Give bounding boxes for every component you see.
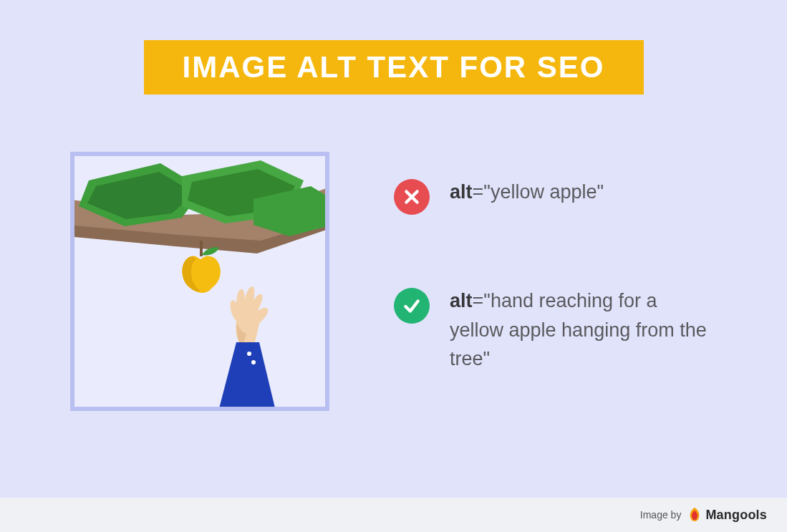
examples-list: alt="yellow apple" alt="hand reaching fo… <box>394 178 738 374</box>
example-good-text: alt="hand reaching for a yellow apple ha… <box>450 286 715 374</box>
brand-logo: Mangools <box>688 507 767 523</box>
cross-icon <box>394 179 430 215</box>
equals-sign: = <box>473 181 484 203</box>
svg-marker-8 <box>218 342 276 407</box>
mangools-logo-icon <box>688 507 701 523</box>
svg-point-10 <box>251 360 256 364</box>
equals-sign: = <box>473 290 484 311</box>
alt-bad-value: "yellow apple" <box>483 181 604 203</box>
yellow-apple <box>182 241 220 293</box>
alt-attr-label: alt <box>450 181 473 203</box>
brand-name: Mangools <box>705 508 767 523</box>
example-bad-text: alt="yellow apple" <box>450 178 604 207</box>
example-good: alt="hand reaching for a yellow apple ha… <box>394 286 738 374</box>
svg-rect-7 <box>200 241 203 256</box>
svg-point-9 <box>247 352 251 356</box>
illustration-svg <box>74 156 325 407</box>
page-title: IMAGE ALT TEXT FOR SEO <box>183 50 605 84</box>
alt-good-value: "hand reaching for a yellow apple hangin… <box>450 290 707 369</box>
check-icon <box>394 288 430 324</box>
blue-sleeve <box>218 342 276 407</box>
example-bad: alt="yellow apple" <box>394 178 738 215</box>
illustration-frame <box>70 152 329 411</box>
reaching-hand <box>231 286 269 345</box>
credit-prefix: Image by <box>640 509 682 521</box>
footer: Image by Mangools <box>0 498 787 532</box>
alt-attr-label: alt <box>450 290 473 311</box>
title-banner: IMAGE ALT TEXT FOR SEO <box>144 40 644 95</box>
